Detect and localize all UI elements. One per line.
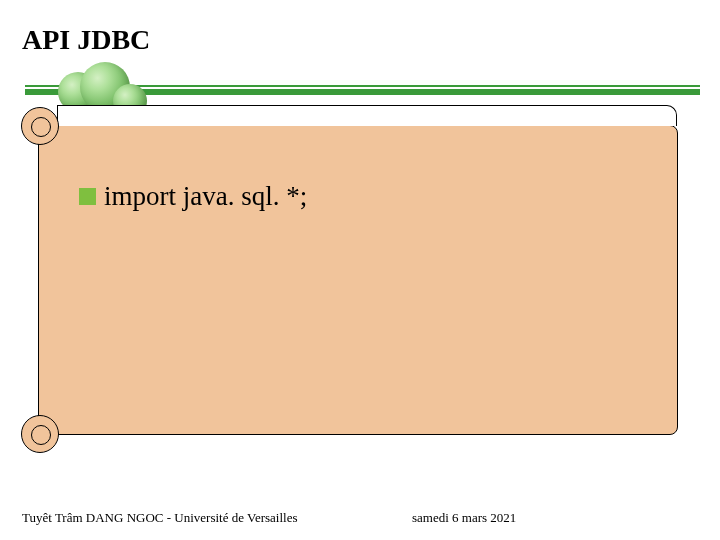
scroll-top-edge: [57, 105, 677, 126]
bullet-text: import java. sql. *;: [104, 181, 307, 212]
page-title: API JDBC: [22, 24, 150, 56]
square-bullet-icon: [79, 188, 96, 205]
footer-author: Tuyêt Trâm DANG NGOC - Université de Ver…: [22, 510, 298, 526]
list-item: import java. sql. *;: [79, 181, 657, 212]
footer-date: samedi 6 mars 2021: [412, 510, 516, 526]
scroll-curl-icon: [21, 415, 59, 453]
footer: Tuyêt Trâm DANG NGOC - Université de Ver…: [22, 510, 698, 526]
content-area: import java. sql. *;: [79, 181, 657, 212]
scroll-curl-icon: [21, 107, 59, 145]
content-scroll-panel: import java. sql. *;: [38, 125, 678, 435]
